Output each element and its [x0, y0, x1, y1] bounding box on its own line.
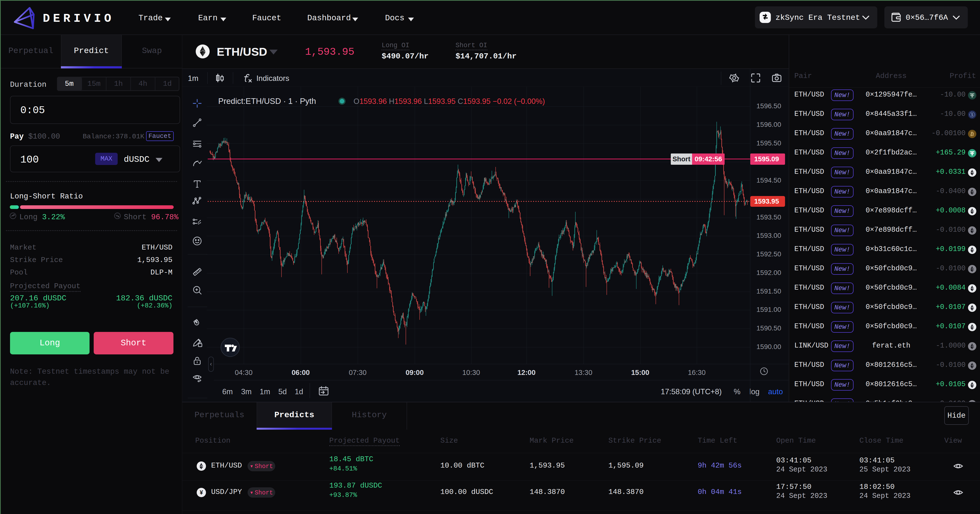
svg-text:¥: ¥	[200, 489, 203, 496]
svg-text:$: $	[971, 113, 974, 117]
